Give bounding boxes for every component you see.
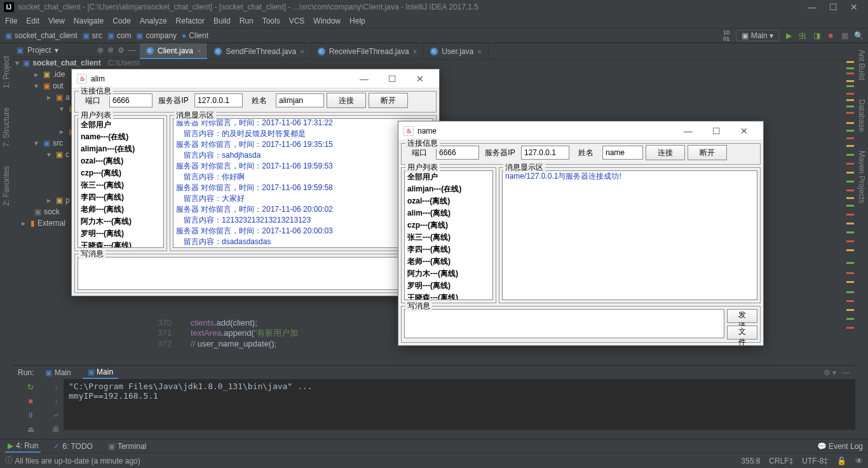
user-item[interactable]: czp---(离线) bbox=[78, 167, 163, 179]
close-tab-icon[interactable]: × bbox=[300, 48, 304, 55]
user-item[interactable]: czp---(离线) bbox=[405, 219, 492, 231]
collapse-icon[interactable]: ⊕ bbox=[97, 46, 104, 55]
menu-edit[interactable]: Edit bbox=[26, 17, 39, 25]
menu-refactor[interactable]: Refactor bbox=[176, 17, 205, 25]
up-icon[interactable]: ↑ bbox=[50, 383, 62, 392]
info-icon[interactable]: ⓘ bbox=[5, 455, 13, 466]
tree-item[interactable]: p bbox=[65, 196, 70, 205]
tree-item[interactable]: External bbox=[37, 219, 65, 228]
settings-icon[interactable]: ⚙ ▾ bbox=[824, 368, 836, 377]
tool-run[interactable]: ▶ 4: Run bbox=[5, 440, 41, 453]
user-list[interactable]: 全部用户name---(在线)alimjan---(在线)ozal---(离线)… bbox=[78, 118, 164, 248]
menu-tools[interactable]: Tools bbox=[262, 17, 280, 25]
crumb-src[interactable]: src bbox=[92, 31, 102, 40]
tree-item[interactable]: .ide bbox=[53, 70, 65, 79]
status-line-sep[interactable]: CRLF‡ bbox=[769, 457, 793, 465]
tree-item[interactable]: out bbox=[53, 81, 64, 90]
left-tool-0[interactable]: 1: Project bbox=[2, 56, 11, 88]
window-close-icon[interactable]: ✕ bbox=[730, 122, 758, 140]
user-item[interactable]: 老师---(离线) bbox=[405, 256, 492, 268]
exit-icon[interactable]: ⏏ bbox=[24, 425, 37, 434]
ip-field[interactable]: 127.0.0.1 bbox=[521, 146, 569, 160]
user-item[interactable]: 罗明---(离线) bbox=[78, 228, 163, 240]
right-tool-2[interactable]: Maven Projects bbox=[857, 151, 866, 203]
window-close-icon[interactable]: ✕ bbox=[406, 70, 434, 88]
message-area[interactable]: name/127.0.0.1与服务器连接成功! bbox=[502, 170, 757, 300]
error-stripe[interactable] bbox=[846, 59, 854, 360]
lock-icon[interactable]: 🔓 bbox=[837, 457, 846, 465]
console-output[interactable]: "C:\Program Files\Java\jdk1.8.0_131\bin\… bbox=[64, 379, 855, 430]
tool-todo[interactable]: ✓ 6: TODO bbox=[51, 441, 95, 452]
window-title-bar[interactable]: ♨ name — ☐ ✕ bbox=[398, 121, 763, 141]
proj-root[interactable]: socket_chat_client bbox=[32, 59, 100, 67]
window-title-bar[interactable]: ♨ alim — ☐ ✕ bbox=[72, 69, 439, 88]
menu-navigate[interactable]: Navigate bbox=[74, 17, 104, 25]
coverage-icon[interactable]: ◨ bbox=[812, 31, 821, 40]
window-minimize-icon[interactable]: — bbox=[674, 122, 702, 140]
user-item[interactable]: 王晓森---(离线) bbox=[78, 240, 163, 248]
status-position[interactable]: 355:8 bbox=[741, 457, 760, 465]
user-item[interactable]: 罗明---(离线) bbox=[405, 280, 492, 292]
message-input[interactable] bbox=[78, 257, 433, 290]
run-icon[interactable]: ▶ bbox=[784, 31, 793, 40]
stop-icon[interactable]: ■ bbox=[24, 397, 37, 406]
pause-icon[interactable]: ⏸ bbox=[24, 411, 37, 420]
menu-analyze[interactable]: Analyze bbox=[140, 17, 167, 25]
user-item[interactable]: alimjan---(在线) bbox=[405, 183, 492, 195]
app-window-name[interactable]: ♨ name — ☐ ✕ 连接信息 端口 6666 服务器IP 127.0.0.… bbox=[398, 121, 764, 346]
user-item[interactable]: alimjan---(在线) bbox=[78, 143, 163, 155]
user-item[interactable]: 老师---(离线) bbox=[78, 203, 163, 216]
debug-icon[interactable]: ⾍ bbox=[798, 31, 807, 41]
menu-code[interactable]: Code bbox=[112, 17, 131, 25]
run-configuration-selector[interactable]: ▣ Main ▾ bbox=[736, 30, 779, 41]
user-item[interactable]: 张三---(离线) bbox=[405, 231, 492, 244]
editor-tab[interactable]: CReceiveFileThread.java× bbox=[311, 43, 424, 59]
port-field[interactable]: 6666 bbox=[109, 93, 153, 107]
user-item[interactable]: alim---(离线) bbox=[405, 207, 492, 219]
left-tool-1[interactable]: 7: Structure bbox=[2, 107, 11, 147]
run-tab-main-active[interactable]: ▣ Main bbox=[83, 366, 118, 379]
rerun-icon[interactable]: ↻ bbox=[24, 383, 37, 392]
hide-icon[interactable]: — bbox=[843, 368, 850, 377]
close-tab-icon[interactable]: × bbox=[477, 48, 481, 55]
disconnect-button[interactable]: 断开 bbox=[688, 145, 727, 160]
menu-window[interactable]: Window bbox=[313, 17, 341, 25]
window-maximize-icon[interactable]: ☐ bbox=[702, 122, 730, 140]
user-item[interactable]: 阿力木---(离线) bbox=[405, 268, 492, 280]
os-minimize-icon[interactable]: — bbox=[808, 2, 817, 12]
menu-run[interactable]: Run bbox=[240, 17, 254, 25]
user-item[interactable]: 张三---(离线) bbox=[78, 179, 163, 191]
left-tool-2[interactable]: 2: Favorites bbox=[2, 166, 11, 206]
hide-icon[interactable]: — bbox=[128, 46, 136, 55]
file-button[interactable]: 文件 bbox=[727, 326, 757, 340]
user-item[interactable]: 李四---(离线) bbox=[78, 191, 163, 203]
menu-view[interactable]: View bbox=[48, 17, 65, 25]
status-encoding[interactable]: UTF-8‡ bbox=[802, 457, 828, 465]
crumb-client[interactable]: Client bbox=[189, 31, 208, 40]
crumb-com[interactable]: com bbox=[117, 31, 132, 40]
connect-button[interactable]: 连接 bbox=[327, 93, 366, 108]
window-maximize-icon[interactable]: ☐ bbox=[378, 70, 406, 88]
message-area[interactable]: 服务器 对你留言，时间：2017-11-06 17:31:22留言内容：的及时反… bbox=[173, 118, 433, 248]
user-item[interactable]: name---(在线) bbox=[78, 131, 163, 143]
menu-build[interactable]: Build bbox=[214, 17, 231, 25]
crumb-company[interactable]: company bbox=[146, 31, 177, 40]
print-icon[interactable]: 🖶 bbox=[50, 425, 62, 434]
name-field[interactable]: name bbox=[602, 146, 643, 160]
user-item[interactable]: ozal---(离线) bbox=[78, 155, 163, 167]
menu-file[interactable]: File bbox=[5, 17, 17, 25]
send-button[interactable]: 发送 bbox=[727, 309, 757, 323]
tree-item[interactable]: c bbox=[65, 150, 69, 159]
binary-icon[interactable]: 1001 bbox=[722, 29, 731, 42]
wrap-icon[interactable]: ⤶ bbox=[50, 411, 62, 420]
search-icon[interactable]: 🔍 bbox=[854, 31, 863, 40]
down-icon[interactable]: ↓ bbox=[50, 397, 62, 406]
window-minimize-icon[interactable]: — bbox=[350, 70, 378, 88]
menu-vcs[interactable]: VCS bbox=[289, 17, 305, 25]
menu-help[interactable]: Help bbox=[349, 17, 365, 25]
crumb-project[interactable]: socket_chat_client bbox=[15, 31, 78, 40]
locate-icon[interactable]: ✲ bbox=[107, 46, 114, 55]
disconnect-button[interactable]: 断开 bbox=[369, 93, 408, 108]
tree-item[interactable]: sock bbox=[44, 207, 60, 216]
user-item[interactable]: 阿力木---(离线) bbox=[78, 216, 163, 228]
